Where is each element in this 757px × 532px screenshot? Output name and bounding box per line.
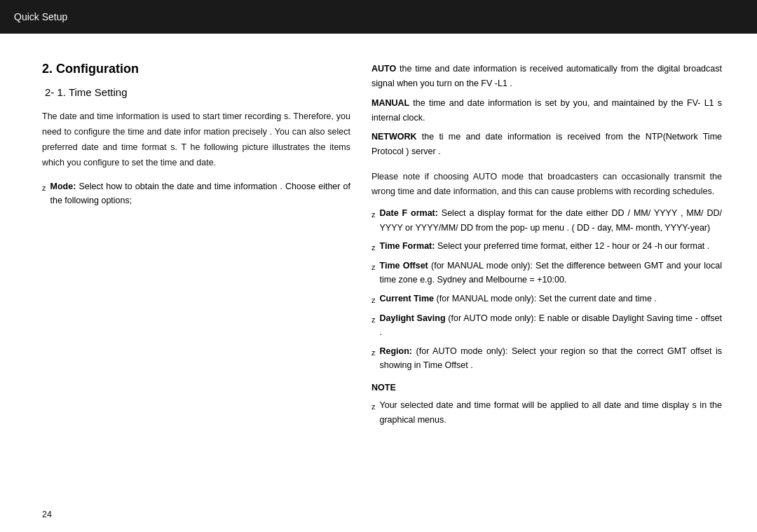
- bullet-text: Daylight Saving (for AUTO mode only): E …: [380, 311, 723, 340]
- bullet-marker-icon: [371, 241, 376, 254]
- bullet-text: Current Time (for MANUAL mode only): Set…: [380, 292, 723, 306]
- note-label: NOTE: [371, 383, 722, 393]
- right-column: AUTO the time and date information is re…: [371, 55, 722, 518]
- list-item: Daylight Saving (for AUTO mode only): E …: [371, 311, 722, 340]
- list-item: Time Format: Select your preferred time …: [371, 239, 722, 254]
- note-paragraph: Please note if choosing AUTO mode that b…: [371, 170, 722, 200]
- bullet-content: (for AUTO mode only): Select your region…: [380, 346, 723, 371]
- note-section: NOTE Your selected date and time format …: [371, 383, 722, 427]
- left-column: 2. Configuration 2- 1. Time Setting The …: [42, 55, 350, 518]
- header-title: Quick Setup: [14, 11, 67, 22]
- bullet-text: Time Offset (for MANUAL mode only): Set …: [380, 259, 723, 287]
- mode-block-network: NETWORK the ti me and date information i…: [371, 130, 722, 160]
- bullet-text: Time Format: Select your preferred time …: [380, 239, 723, 254]
- bullet-label: Daylight Saving: [380, 313, 446, 323]
- bullet-label: Time Offset: [380, 261, 428, 271]
- mode-label-auto: AUTO: [371, 64, 396, 74]
- section-title: 2. Configuration: [42, 62, 350, 76]
- mode-block-manual: MANUAL the time and date information is …: [371, 96, 722, 126]
- bullet-text: Mode: Select how to obtain the date and …: [50, 179, 351, 208]
- bullet-marker-icon: [371, 294, 376, 307]
- bullet-content: (for MANUAL mode only): Set the current …: [434, 294, 657, 303]
- subsection-title: 2- 1. Time Setting: [45, 86, 350, 98]
- bullet-marker-icon: [42, 182, 46, 195]
- list-item: Time Offset (for MANUAL mode only): Set …: [371, 259, 722, 287]
- list-item: Current Time (for MANUAL mode only): Set…: [371, 292, 722, 307]
- list-item: Region: (for AUTO mode only): Select you…: [371, 344, 722, 373]
- header: Quick Setup: [0, 0, 757, 34]
- mode-text-manual: the time and date information is set by …: [371, 98, 722, 123]
- mode-label-manual: MANUAL: [371, 98, 409, 108]
- bullet-label: Region:: [380, 346, 413, 356]
- left-bullet-list: Mode: Select how to obtain the date and …: [42, 179, 350, 208]
- bullet-marker-icon: [371, 313, 376, 327]
- mode-block-auto: AUTO the time and date information is re…: [371, 62, 722, 92]
- bullet-text: Date F ormat: Select a display format fo…: [380, 206, 723, 235]
- page-content: 2. Configuration 2- 1. Time Setting The …: [0, 34, 757, 532]
- bullet-content: Select your preferred time format, eithe…: [437, 241, 709, 251]
- bullet-marker-icon: [371, 208, 376, 221]
- right-bullet-list: Date F ormat: Select a display format fo…: [371, 206, 722, 373]
- bullet-label: Time Format:: [380, 241, 437, 251]
- bullet-marker-icon: [371, 346, 376, 360]
- list-item: Date F ormat: Select a display format fo…: [371, 206, 722, 235]
- bullet-label: Mode:: [50, 182, 79, 191]
- bullet-text: Your selected date and time format will …: [380, 398, 723, 427]
- page-number: 24: [42, 510, 52, 519]
- list-item: Your selected date and time format will …: [371, 398, 722, 427]
- mode-text-auto: the time and date information is receive…: [371, 64, 722, 88]
- bullet-text: Region: (for AUTO mode only): Select you…: [380, 344, 723, 373]
- note-bullet-list: Your selected date and time format will …: [371, 398, 722, 427]
- mode-text-network: the ti me and date information is receiv…: [371, 132, 722, 156]
- bullet-label: Current Time: [380, 294, 435, 303]
- mode-label-network: NETWORK: [371, 132, 417, 142]
- list-item: Mode: Select how to obtain the date and …: [42, 179, 350, 208]
- bullet-marker-icon: [371, 400, 376, 414]
- intro-paragraph: The date and time information is used to…: [42, 109, 350, 171]
- bullet-label: Date F ormat:: [380, 208, 442, 218]
- bullet-content: (for MANUAL mode only): Set the differen…: [380, 261, 723, 285]
- bullet-content: Select how to obtain the date and time i…: [50, 182, 351, 206]
- bullet-marker-icon: [371, 261, 376, 274]
